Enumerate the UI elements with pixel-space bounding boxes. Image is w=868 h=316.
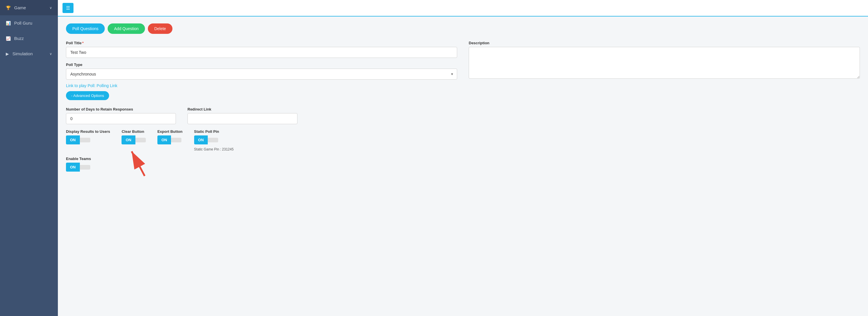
polling-link[interactable]: Link to play Poll: Polling Link [66,83,117,88]
enable-teams-toggle: ON [66,163,91,171]
trophy-icon: 🏆 [6,5,11,10]
sidebar-item-buzz[interactable]: 📈 Buzz [0,31,58,46]
advanced-row-2: Display Results to Users ON Clear Button… [66,129,860,151]
redirect-link-label: Redirect Link [187,107,298,112]
left-column: Poll Title* Poll Type Asynchronous Synch… [66,41,457,80]
poll-type-select[interactable]: Asynchronous Synchronous Live [66,69,457,80]
sidebar-item-game-label: Game [14,5,26,10]
advanced-section: Number of Days to Retain Responses Redir… [66,107,860,171]
display-results-toggle: ON [66,135,110,145]
advanced-row-3: Enable Teams ON [66,157,860,171]
sidebar-item-simulation-label: Simulation [12,51,33,56]
display-results-on-button[interactable]: ON [66,135,80,145]
action-buttons-row: Poll Questions Add Question Delete [66,24,860,34]
export-button-label: Export Button [157,129,183,134]
static-poll-pin-label: Static Poll Pin [194,129,234,134]
static-poll-pin-on-button[interactable]: ON [194,135,208,145]
main-form: Poll Title* Poll Type Asynchronous Synch… [66,41,860,80]
clear-button-off-button[interactable] [135,138,146,143]
poll-type-group: Poll Type Asynchronous Synchronous Live [66,63,457,80]
right-column: Description [469,41,860,80]
poll-title-input[interactable] [66,47,457,58]
clear-button-label: Clear Button [122,129,146,134]
clear-button-group: Clear Button ON [122,129,146,151]
poll-questions-button[interactable]: Poll Questions [66,24,105,34]
advanced-row-1: Number of Days to Retain Responses Redir… [66,107,860,124]
display-results-off-button[interactable] [80,138,90,143]
poll-title-label: Poll Title* [66,41,457,45]
clear-button-toggle: ON [122,135,146,145]
buzz-icon: 📈 [6,36,11,41]
enable-teams-on-button[interactable]: ON [66,163,80,171]
delete-button[interactable]: Delete [148,24,172,34]
static-game-pin-text: Static Game Pin : 231245 [194,147,234,151]
days-retain-group: Number of Days to Retain Responses [66,107,176,124]
sidebar-item-poll-guru-label: Poll Guru [14,21,32,26]
content-area: Poll Questions Add Question Delete Poll … [58,17,868,316]
poll-type-label: Poll Type [66,63,457,67]
chevron-down-icon: ∨ [50,6,52,10]
sidebar-item-buzz-label: Buzz [14,36,24,41]
sidebar-item-poll-guru[interactable]: 📊 Poll Guru [0,15,58,31]
enable-teams-off-button[interactable] [80,165,90,169]
static-poll-pin-toggle: ON [194,135,234,145]
days-retain-input[interactable] [66,113,176,124]
description-input[interactable] [469,47,860,79]
sidebar-item-game[interactable]: 🏆 Game ∨ [0,0,58,15]
polling-link-wrapper: Link to play Poll: Polling Link [66,83,860,88]
sidebar-item-simulation[interactable]: ▶ Simulation ∨ [0,46,58,61]
display-results-label: Display Results to Users [66,129,110,134]
description-label: Description [469,41,860,45]
enable-teams-group: Enable Teams ON [66,157,91,171]
export-button-group: Export Button ON [157,129,183,151]
poll-type-select-wrapper: Asynchronous Synchronous Live [66,69,457,80]
advanced-options-button[interactable]: - Advanced Options [66,91,109,100]
enable-teams-label: Enable Teams [66,157,91,161]
clear-button-on-button[interactable]: ON [122,135,135,145]
description-group: Description [469,41,860,79]
poll-title-group: Poll Title* [66,41,457,58]
chevron-down-icon-2: ∨ [50,52,52,56]
play-icon: ▶ [6,52,9,56]
menu-button[interactable]: ☰ [62,3,73,13]
sidebar: 🏆 Game ∨ 📊 Poll Guru 📈 Buzz ▶ Simulation… [0,0,58,316]
export-button-on-button[interactable]: ON [157,135,171,145]
menu-icon: ☰ [66,5,70,10]
export-button-toggle: ON [157,135,183,145]
topbar: ☰ [58,0,868,17]
main-content: ☰ Poll Questions Add Question Delete Pol… [58,0,868,316]
export-button-off-button[interactable] [171,138,181,143]
advanced-options-wrapper: - Advanced Options [66,91,860,106]
bar-chart-icon: 📊 [6,21,11,26]
static-poll-pin-group: Static Poll Pin ON Static Game Pin : 231… [194,129,234,151]
add-question-button[interactable]: Add Question [107,24,145,34]
redirect-link-input[interactable] [187,113,298,124]
static-poll-pin-off-button[interactable] [208,138,218,143]
days-retain-label: Number of Days to Retain Responses [66,107,176,112]
display-results-group: Display Results to Users ON [66,129,110,151]
redirect-link-group: Redirect Link [187,107,298,124]
